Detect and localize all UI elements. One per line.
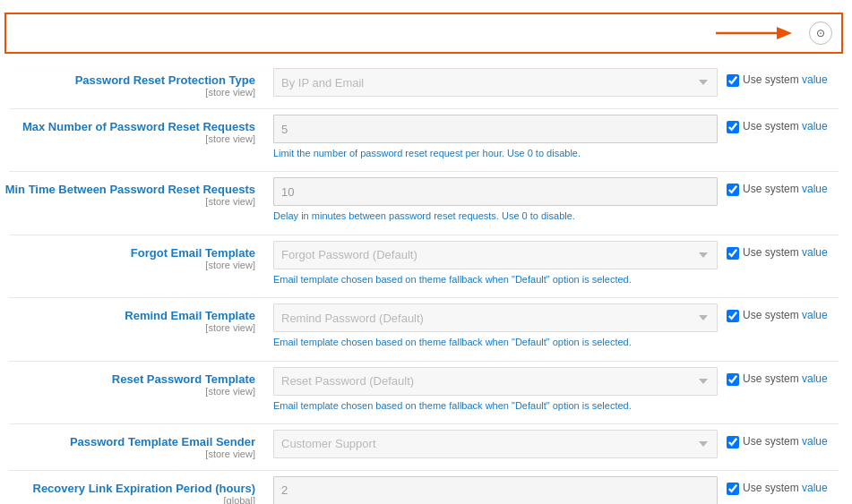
use-system-label: Use system value bbox=[743, 73, 828, 86]
form-row: Password Template Email Sender[store vie… bbox=[4, 424, 843, 465]
field-control-col: Please enter a number 1 or greater in th… bbox=[273, 476, 727, 504]
field-label-col: Max Number of Password Reset Requests[st… bbox=[4, 115, 273, 144]
field-select[interactable]: Reset Password (Default) bbox=[273, 367, 718, 396]
section-header: ⊙ bbox=[4, 13, 843, 54]
field-scope: [global] bbox=[4, 495, 255, 504]
field-input[interactable] bbox=[273, 177, 718, 206]
use-system-checkbox[interactable] bbox=[727, 373, 739, 386]
form-row: Forgot Email Template[store view]Forgot … bbox=[4, 235, 843, 292]
field-control-col: By IP and EmailBy IP OnlyBy Email OnlyNo… bbox=[273, 68, 727, 97]
form-row: Reset Password Template[store view]Reset… bbox=[4, 362, 843, 418]
field-input[interactable] bbox=[273, 115, 718, 143]
field-hint: Limit the number of password reset reque… bbox=[273, 147, 718, 160]
field-control-col: Reset Password (Default)Email template c… bbox=[273, 367, 727, 413]
use-system-checkbox[interactable] bbox=[727, 483, 739, 495]
field-scope: [store view] bbox=[4, 448, 255, 459]
field-select[interactable]: Customer Support bbox=[273, 430, 718, 458]
field-label-text: Recovery Link Expiration Period (hours) bbox=[4, 482, 255, 495]
use-system-checkbox[interactable] bbox=[727, 247, 739, 260]
svg-marker-1 bbox=[777, 27, 792, 39]
field-system-col: Use system value bbox=[727, 68, 843, 87]
field-select[interactable]: Remind Password (Default) bbox=[273, 303, 718, 332]
field-label-col: Password Reset Protection Type[store vie… bbox=[4, 68, 273, 98]
field-label-col: Min Time Between Password Reset Requests… bbox=[4, 177, 273, 207]
use-system-label: Use system value bbox=[743, 372, 828, 385]
section-content: Password Reset Protection Type[store vie… bbox=[0, 54, 852, 504]
field-system-col: Use system value bbox=[727, 430, 843, 448]
collapse-icon: ⊙ bbox=[816, 27, 825, 39]
field-system-col: Use system value bbox=[727, 367, 843, 386]
use-system-checkbox[interactable] bbox=[727, 121, 739, 133]
field-label-col: Reset Password Template[store view] bbox=[4, 367, 273, 397]
use-system-checkbox[interactable] bbox=[727, 74, 739, 87]
field-scope: [store view] bbox=[4, 87, 255, 98]
use-system-checkbox[interactable] bbox=[727, 184, 739, 196]
field-label-text: Forgot Email Template bbox=[4, 246, 255, 260]
field-system-col: Use system value bbox=[727, 476, 843, 495]
collapse-button[interactable]: ⊙ bbox=[809, 21, 832, 45]
field-scope: [store view] bbox=[4, 133, 255, 144]
form-row: Remind Email Template[store view]Remind … bbox=[4, 298, 843, 355]
orange-arrow-annotation bbox=[716, 20, 796, 47]
field-control-col: Remind Password (Default)Email template … bbox=[273, 303, 727, 349]
field-system-col: Use system value bbox=[727, 115, 843, 133]
field-label-col: Recovery Link Expiration Period (hours)[… bbox=[4, 476, 273, 504]
form-row: Password Reset Protection Type[store vie… bbox=[4, 63, 843, 103]
page-container: ⊙ Password Reset Protection Type[store v… bbox=[0, 13, 852, 504]
field-scope: [store view] bbox=[4, 196, 255, 207]
field-scope: [store view] bbox=[4, 260, 255, 270]
field-label-text: Remind Email Template bbox=[4, 309, 255, 322]
use-system-label: Use system value bbox=[743, 183, 828, 195]
field-hint: Email template chosen based on theme fal… bbox=[273, 399, 718, 413]
use-system-label: Use system value bbox=[743, 309, 828, 321]
use-system-checkbox[interactable] bbox=[727, 436, 739, 448]
field-label-col: Password Template Email Sender[store vie… bbox=[4, 430, 273, 459]
field-control-col: Customer Support bbox=[273, 430, 727, 458]
field-label-col: Forgot Email Template[store view] bbox=[4, 241, 273, 270]
field-label-text: Max Number of Password Reset Requests bbox=[4, 120, 255, 133]
field-hint: Delay in minutes between password reset … bbox=[273, 209, 718, 223]
field-system-col: Use system value bbox=[727, 303, 843, 322]
field-scope: [store view] bbox=[4, 322, 255, 333]
use-system-label: Use system value bbox=[743, 246, 828, 259]
field-select[interactable]: Forgot Password (Default) bbox=[273, 241, 718, 269]
use-system-label: Use system value bbox=[743, 482, 828, 494]
form-row: Max Number of Password Reset Requests[st… bbox=[4, 109, 843, 166]
field-label-text: Min Time Between Password Reset Requests bbox=[4, 183, 255, 196]
form-row: Recovery Link Expiration Period (hours)[… bbox=[4, 471, 843, 504]
field-hint: Email template chosen based on theme fal… bbox=[273, 336, 718, 349]
field-control-col: Delay in minutes between password reset … bbox=[273, 177, 727, 223]
field-label-text: Password Reset Protection Type bbox=[4, 73, 255, 87]
use-system-checkbox[interactable] bbox=[727, 310, 739, 322]
field-hint: Email template chosen based on theme fal… bbox=[273, 273, 718, 286]
field-label-text: Reset Password Template bbox=[4, 372, 255, 386]
fields-container: Password Reset Protection Type[store vie… bbox=[4, 63, 843, 504]
field-control-col: Forgot Password (Default)Email template … bbox=[273, 241, 727, 286]
field-label-text: Password Template Email Sender bbox=[4, 435, 255, 448]
form-row: Min Time Between Password Reset Requests… bbox=[4, 172, 843, 228]
field-label-col: Remind Email Template[store view] bbox=[4, 303, 273, 333]
field-system-col: Use system value bbox=[727, 241, 843, 260]
field-system-col: Use system value bbox=[727, 177, 843, 196]
field-input[interactable] bbox=[273, 476, 718, 504]
use-system-label: Use system value bbox=[743, 435, 828, 448]
field-control-col: Limit the number of password reset reque… bbox=[273, 115, 727, 160]
field-scope: [store view] bbox=[4, 386, 255, 397]
field-select[interactable]: By IP and EmailBy IP OnlyBy Email OnlyNo… bbox=[273, 68, 718, 97]
use-system-label: Use system value bbox=[743, 120, 828, 132]
